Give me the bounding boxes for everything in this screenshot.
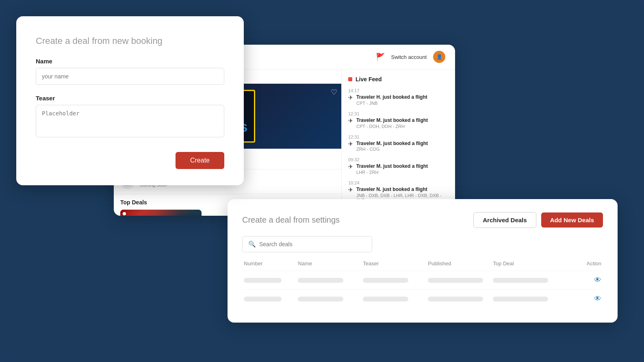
feed-traveler-name: Traveler M. just booked a flight — [356, 117, 428, 124]
col-published: Published — [428, 260, 493, 267]
plane-icon: ✈ — [348, 141, 353, 147]
feed-item: 12:31 ✈ Traveler M. just booked a flight… — [348, 134, 449, 152]
name-label: Name — [36, 58, 224, 65]
skeleton-name-1 — [298, 278, 343, 283]
create-booking-title: Create a deal from new booking — [36, 36, 224, 46]
teaser-label: Teaser — [36, 95, 224, 102]
skeleton-top-deal-1 — [493, 278, 548, 283]
feed-item: 09:32 ✈ Traveler M. just booked a flight… — [348, 157, 449, 175]
skeleton-teaser-1 — [363, 278, 408, 283]
feed-traveler-name: Traveler H. just booked a flight — [356, 94, 427, 101]
feed-time: 10:24 — [348, 180, 449, 185]
skeleton-number-1 — [244, 278, 282, 283]
view-action-2[interactable]: 👁 — [558, 295, 601, 303]
col-action: Action — [558, 260, 601, 267]
skeleton-name-2 — [298, 297, 343, 301]
teaser-input[interactable] — [36, 105, 224, 137]
switch-account-button[interactable]: Switch account — [391, 54, 427, 60]
table-row: 👁 — [242, 271, 603, 289]
skeleton-published-2 — [428, 297, 483, 301]
feed-traveler-name: Traveler N. just booked a flight — [356, 186, 449, 193]
heart-icon[interactable]: ♡ — [331, 88, 337, 97]
feed-item: 12:31 ✈ Traveler M. just booked a flight… — [348, 111, 449, 129]
live-feed-header: Live Feed — [348, 76, 449, 82]
live-feed-title: Live Feed — [356, 76, 382, 82]
live-feed-panel: Live Feed 14:17 ✈ Traveler H. just booke… — [341, 69, 455, 216]
dashboard-nav-right: 🚩 Switch account 👤 — [376, 51, 445, 63]
add-new-deals-button[interactable]: Add New Deals — [541, 212, 603, 228]
skeleton-published-1 — [428, 278, 483, 283]
plane-icon: ✈ — [348, 186, 353, 193]
create-booking-card: Create a deal from new booking Name Teas… — [16, 16, 244, 185]
feed-time: 12:31 — [348, 134, 449, 139]
create-button[interactable]: Create — [176, 152, 224, 169]
table-header: Number Name Teaser Published Top Deal Ac… — [242, 260, 603, 271]
feed-time: 14:17 — [348, 88, 449, 93]
skeleton-teaser-2 — [363, 297, 408, 301]
feed-traveler-name: Traveler M. just booked a flight — [356, 163, 428, 170]
feed-route: CPT - DOH, DOH - ZRH — [356, 124, 428, 129]
settings-actions: Archived Deals Add New Deals — [473, 212, 603, 228]
settings-header: Create a deal from settings Archived Dea… — [242, 212, 603, 228]
plane-icon: ✈ — [348, 117, 353, 124]
col-teaser: Teaser — [363, 260, 428, 267]
feed-item: 14:17 ✈ Traveler H. just booked a flight… — [348, 88, 449, 106]
feed-route: ZRH - COG — [356, 147, 428, 152]
feed-traveler-name: Traveler M. just booked a flight — [356, 140, 428, 147]
skeleton-number-2 — [244, 297, 282, 301]
top-deal-card[interactable]: Starting from CHF 35 Hotel - Las Vegas — [120, 210, 202, 216]
settings-card: Create a deal from settings Archived Dea… — [228, 199, 618, 323]
archived-deals-button[interactable]: Archived Deals — [473, 212, 536, 228]
search-icon: 🔍 — [248, 241, 256, 248]
table-row: 👁 — [242, 289, 603, 308]
col-number: Number — [244, 260, 298, 267]
col-top-deal: Top Deal — [493, 260, 558, 267]
view-action-1[interactable]: 👁 — [558, 276, 601, 284]
top-deal-dot — [123, 212, 126, 215]
col-name: Name — [298, 260, 363, 267]
settings-title: Create a deal from settings — [242, 215, 340, 225]
avatar: 👤 — [433, 51, 445, 63]
plane-icon: ✈ — [348, 163, 353, 170]
feed-route: LHR - ZRH — [356, 170, 428, 175]
live-feed-indicator — [348, 77, 352, 81]
feed-time: 09:32 — [348, 157, 449, 162]
feed-items-container: 14:17 ✈ Traveler H. just booked a flight… — [348, 88, 449, 203]
feed-route: CPT - JNB — [356, 101, 427, 106]
search-bar: 🔍 — [242, 236, 372, 252]
search-input[interactable] — [259, 241, 366, 247]
feed-time: 12:31 — [348, 111, 449, 116]
name-input[interactable] — [36, 68, 224, 85]
skeleton-top-deal-2 — [493, 297, 548, 301]
plane-icon: ✈ — [348, 94, 353, 101]
flag-icon: 🚩 — [376, 52, 385, 61]
